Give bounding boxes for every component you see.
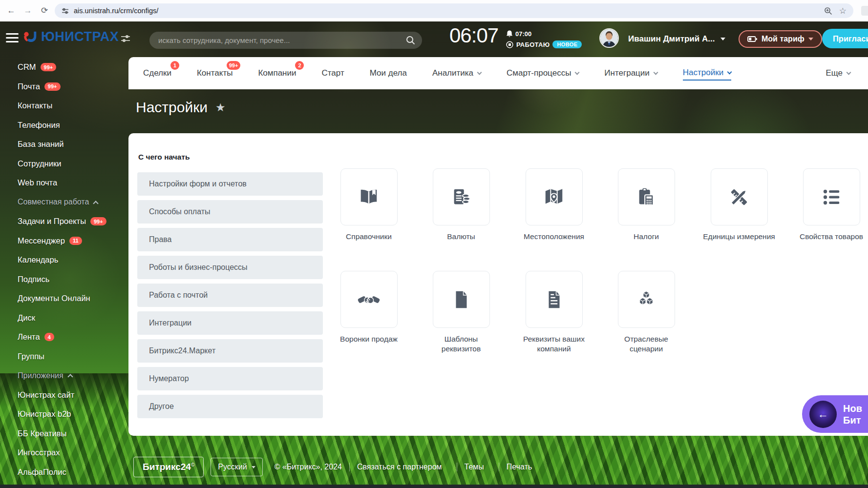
tile-reference-books-card[interactable] — [340, 168, 398, 225]
footer-link-themes[interactable]: Темы — [457, 463, 491, 471]
tile-company-requisites-card[interactable] — [526, 271, 583, 328]
sidebar-item-alfapolis[interactable]: АльфаПолис — [0, 463, 128, 482]
chevron-down-icon — [847, 70, 851, 75]
tile-label: Единицы измерения — [702, 232, 776, 242]
site-settings-icon[interactable] — [62, 7, 69, 15]
sidebar-item-telephony[interactable]: Телефония — [0, 116, 128, 135]
sidebar-item-contacts[interactable]: Контакты — [0, 96, 128, 116]
menu-item-payment-methods[interactable]: Способы оплаты — [137, 200, 323, 224]
tab-deals[interactable]: Сделки1 — [143, 66, 171, 80]
tab-more[interactable]: Еще — [826, 66, 850, 80]
sidebar-item-employees[interactable]: Сотрудники — [0, 154, 128, 174]
tile-product-properties-card[interactable] — [803, 168, 860, 225]
tile-currencies: Валюты — [424, 168, 498, 242]
user-menu[interactable]: Ивашин Дмитрий А... — [628, 34, 725, 44]
browser-chrome: ← → ⟳ ais.unistrah.ru/crm/configs/ ☆ — [0, 0, 868, 21]
tile-taxes-card[interactable] — [618, 168, 675, 225]
sidebar-section-collaboration[interactable]: Совместная работа — [0, 193, 128, 212]
open-book-icon — [358, 186, 380, 208]
menu-item-forms-reports[interactable]: Настройки форм и отчетов — [137, 172, 323, 196]
extension-icon[interactable] — [861, 6, 868, 16]
url-text[interactable]: ais.unistrah.ru/crm/configs/ — [74, 7, 824, 15]
settings-menu: С чего начать Настройки форм и отчетов С… — [137, 153, 323, 423]
sidebar-item-ingosstrah[interactable]: Ингосстрах — [0, 443, 128, 463]
sidebar-item-bb-creatives[interactable]: ББ Креативы — [0, 424, 128, 444]
chevron-down-icon — [720, 38, 725, 41]
bitrix24-logo-button[interactable]: Битрикс24© — [133, 457, 204, 477]
tariff-button[interactable]: Мой тариф — [739, 30, 822, 48]
menu-item-robots-bp[interactable]: Роботы и бизнес-процессы — [137, 256, 323, 279]
top-navigation: Сделки1 Контакты99+ Компании2 Старт Мои … — [128, 57, 868, 89]
stop-work-icon[interactable] — [506, 41, 513, 48]
language-selector[interactable]: Русский — [211, 458, 262, 476]
sidebar-item-knowledge-base[interactable]: База знаний — [0, 135, 128, 154]
currency-coins-icon — [450, 186, 472, 208]
menu-item-integrations[interactable]: Интеграции — [137, 311, 323, 335]
sidebar-item-feed[interactable]: Лента4 — [0, 327, 128, 347]
sidebar-item-unistrah-site[interactable]: Юнистрах сайт — [0, 386, 128, 405]
whats-new-banner[interactable]: ← Нов Бит — [802, 395, 868, 433]
sidebar-item-unistrah-b2b[interactable]: Юнистрах b2b — [0, 405, 128, 424]
sidebar-item-groups[interactable]: Группы — [0, 347, 128, 366]
tile-measurement-units-card[interactable] — [711, 168, 768, 225]
sidebar-item-drive[interactable]: Диск — [0, 308, 128, 328]
chevron-down-icon — [477, 70, 482, 75]
sidebar-section-applications[interactable]: Приложения — [0, 366, 128, 386]
tab-smart-processes[interactable]: Смарт-процессы — [507, 66, 579, 80]
tab-start[interactable]: Старт — [321, 66, 344, 80]
filter-sliders-icon[interactable] — [121, 35, 130, 42]
footer-link-partner[interactable]: Связаться с партнером — [350, 463, 449, 471]
chevron-down-icon — [727, 69, 732, 74]
tile-currencies-card[interactable] — [433, 168, 490, 225]
invite-button[interactable]: Пригласить — [822, 29, 868, 48]
collapse-arrow-button[interactable]: ← — [809, 401, 837, 428]
sidebar-item-messenger[interactable]: Мессенджер11 — [0, 231, 128, 251]
count-badge: 11 — [69, 237, 82, 245]
sidebar-item-mail[interactable]: Почта99+ — [0, 77, 128, 97]
menu-item-market[interactable]: Битрикс24.Маркет — [137, 339, 323, 363]
tile-requisite-templates-card[interactable] — [433, 271, 490, 328]
alarm-bell-icon — [506, 30, 513, 38]
user-avatar[interactable] — [599, 28, 619, 48]
browser-forward-icon[interactable]: → — [21, 4, 34, 17]
count-badge: 99+ — [90, 217, 106, 225]
handshake-icon — [358, 288, 380, 311]
tile-company-requisites: Реквизиты ваших компаний — [517, 271, 591, 354]
menu-item-permissions[interactable]: Права — [137, 228, 323, 251]
company-logo[interactable]: ЮНИСТРАХ — [22, 28, 119, 45]
user-name: Ивашин Дмитрий А... — [628, 34, 715, 44]
browser-back-icon[interactable]: ← — [5, 4, 18, 17]
tile-label: Свойства товаров — [795, 232, 868, 242]
menu-hamburger-icon[interactable] — [6, 33, 19, 43]
tab-integrations[interactable]: Интеграции — [604, 66, 657, 80]
search-icon[interactable] — [406, 36, 415, 45]
favorite-star-icon[interactable]: ★ — [215, 101, 226, 114]
bookmark-star-icon[interactable]: ☆ — [839, 6, 847, 16]
tile-locations-card[interactable] — [526, 168, 583, 225]
tab-companies[interactable]: Компании2 — [258, 66, 296, 80]
work-time-clock[interactable]: 06:07 — [449, 24, 498, 47]
tile-sales-funnels: Воронки продаж — [332, 271, 405, 344]
footer-link-print[interactable]: Печать — [499, 463, 539, 471]
sidebar-item-signature[interactable]: Подпись — [0, 270, 128, 289]
address-bar[interactable]: ais.unistrah.ru/crm/configs/ ☆ — [55, 3, 853, 18]
menu-item-numerator[interactable]: Нумератор — [137, 367, 323, 390]
menu-item-email[interactable]: Работа с почтой — [137, 284, 323, 307]
tab-settings[interactable]: Настройки — [683, 66, 731, 81]
sidebar-item-webmail[interactable]: Web почта — [0, 173, 128, 193]
sidebar-item-calendar[interactable]: Календарь — [0, 250, 128, 270]
tile-industry-scenarios-card[interactable] — [618, 271, 675, 328]
search-input[interactable] — [149, 32, 422, 49]
sidebar-item-documents-online[interactable]: Документы Онлайн — [0, 289, 128, 308]
tab-analytics[interactable]: Аналитика — [432, 66, 481, 80]
tariff-label: Мой тариф — [762, 35, 804, 43]
tab-contacts[interactable]: Контакты99+ — [197, 66, 233, 80]
browser-reload-icon[interactable]: ⟳ — [38, 4, 51, 17]
zoom-icon[interactable] — [824, 7, 832, 15]
sidebar-item-tasks-projects[interactable]: Задачи и Проекты99+ — [0, 212, 128, 231]
tile-sales-funnels-card[interactable] — [340, 271, 398, 328]
menu-item-other[interactable]: Другое — [137, 395, 323, 418]
sidebar-item-crm[interactable]: CRM99+ — [0, 58, 128, 77]
work-status-label[interactable]: РАБОТАЮ — [516, 41, 550, 48]
tab-my-activities[interactable]: Мои дела — [370, 66, 407, 80]
